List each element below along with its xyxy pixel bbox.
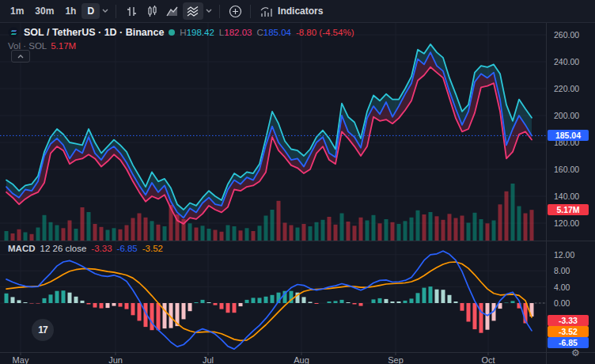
compare-plus-icon[interactable] [225, 2, 245, 20]
bars-style-icon[interactable] [121, 2, 142, 20]
timeframe-1h-button[interactable]: 1h [59, 3, 81, 19]
close-label: C [256, 28, 263, 37]
market-status-icon [169, 29, 175, 36]
high-value: 198.42 [187, 28, 214, 37]
multiline-style-icon[interactable] [183, 2, 203, 20]
indicators-button[interactable]: Indicators [256, 3, 328, 20]
price-tick-label: 240.00 [554, 57, 593, 66]
time-axis-label: Oct [474, 355, 502, 364]
time-axis-label: Aug [287, 355, 316, 364]
macd-value-badge: -6.85 [548, 337, 589, 348]
low-value: 182.03 [224, 28, 252, 37]
symbol-legend: SOL / TetherUS · 1D · Binance H198.42 L1… [8, 26, 354, 39]
macd-params: 12 26 close [40, 244, 87, 253]
macd-tick-label: 0.00 [554, 298, 593, 308]
time-axis-label: Sep [381, 355, 410, 364]
price-tick-label: 260.00 [554, 30, 593, 40]
high-label: H [180, 28, 186, 37]
price-tick-label: 160.00 [554, 165, 593, 174]
price-tick-label: 200.00 [554, 111, 593, 120]
macd-tick-label: 4.00 [554, 282, 593, 292]
candles-style-icon[interactable] [142, 2, 162, 20]
volume-value: 5.17M [51, 41, 76, 51]
macd-line-value: -6.85 [117, 244, 138, 253]
timeframe-30m-button[interactable]: 30m [29, 3, 59, 19]
indicators-icon [260, 6, 273, 17]
close-value: 185.04 [263, 28, 291, 37]
macd-title[interactable]: MACD [8, 244, 36, 253]
toolbar-divider [116, 5, 116, 18]
volume-badge: 5.17M [548, 204, 589, 215]
timeframe-chevron-down-icon[interactable] [100, 2, 111, 20]
time-axis-label: Jun [101, 355, 130, 364]
price-tick-label: 120.00 [554, 218, 593, 228]
timeframe-1d-button[interactable]: D [81, 3, 100, 19]
price-tick-label: 220.00 [554, 84, 593, 93]
axis-settings-gear-icon[interactable]: ⚙ [571, 347, 580, 358]
symbol-title[interactable]: SOL / TetherUS · 1D · Binance [24, 27, 164, 38]
chevron-up-icon [17, 55, 24, 59]
macd-tick-label: 12.00 [554, 250, 593, 260]
macd-value-badge: -3.52 [548, 326, 589, 337]
tradingview-logo[interactable]: 17 [32, 319, 54, 341]
change-value: -8.80 (-4.54%) [296, 28, 354, 37]
solana-logo-icon [8, 27, 19, 38]
last-price-badge: 185.04 [548, 130, 589, 141]
style-chevron-down-icon[interactable] [203, 2, 214, 20]
time-axis-label: Jul [194, 355, 222, 364]
chart-toolbar: 1m 30m 1h D [0, 0, 595, 23]
macd-legend: MACD 12 26 close -3.33 -6.85 -3.52 [8, 244, 163, 253]
timeframe-1m-button[interactable]: 1m [5, 3, 29, 19]
macd-signal-value: -3.52 [142, 244, 163, 253]
time-axis-label: May [6, 355, 35, 364]
toolbar-divider [219, 5, 220, 18]
macd-tick-label: 8.00 [554, 266, 593, 275]
indicators-label: Indicators [278, 6, 323, 17]
main-chart-canvas[interactable] [0, 0, 595, 364]
tradingview-chart-window: 1m 30m 1h D [0, 0, 595, 364]
macd-value-badge: -3.33 [548, 315, 589, 326]
collapse-legend-button[interactable] [11, 50, 30, 63]
area-style-icon[interactable] [162, 2, 183, 20]
price-tick-label: 140.00 [554, 191, 593, 201]
toolbar-divider [250, 5, 251, 18]
macd-hist-value: -3.33 [91, 244, 112, 253]
